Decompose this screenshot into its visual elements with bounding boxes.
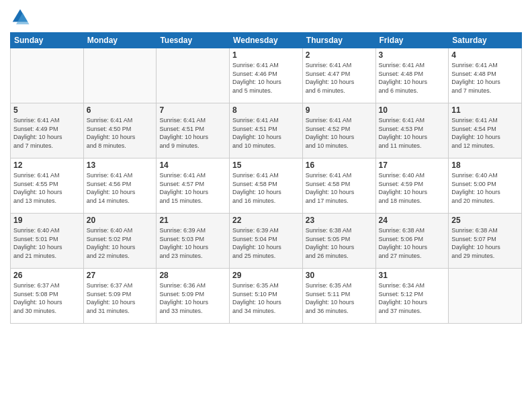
- day-number: 22: [232, 216, 300, 225]
- day-cell: 11Sunrise: 6:41 AM Sunset: 4:54 PM Dayli…: [449, 103, 522, 158]
- day-number: 4: [451, 50, 519, 60]
- day-cell: 4Sunrise: 6:41 AM Sunset: 4:48 PM Daylig…: [449, 48, 522, 103]
- week-row-1: 1Sunrise: 6:41 AM Sunset: 4:46 PM Daylig…: [11, 48, 522, 103]
- day-cell: 8Sunrise: 6:41 AM Sunset: 4:51 PM Daylig…: [230, 103, 303, 158]
- day-number: 9: [306, 105, 373, 115]
- day-cell: 2Sunrise: 6:41 AM Sunset: 4:47 PM Daylig…: [302, 48, 375, 103]
- day-info: Sunrise: 6:41 AM Sunset: 4:47 PM Dayligh…: [306, 61, 373, 95]
- day-info: Sunrise: 6:41 AM Sunset: 4:46 PM Dayligh…: [232, 61, 300, 95]
- day-info: Sunrise: 6:40 AM Sunset: 5:00 PM Dayligh…: [451, 171, 519, 205]
- day-cell: 1Sunrise: 6:41 AM Sunset: 4:46 PM Daylig…: [230, 48, 303, 103]
- day-cell: 6Sunrise: 6:41 AM Sunset: 4:50 PM Daylig…: [83, 103, 157, 158]
- weekday-header-monday: Monday: [83, 33, 157, 48]
- day-info: Sunrise: 6:39 AM Sunset: 5:03 PM Dayligh…: [159, 226, 226, 260]
- day-info: Sunrise: 6:41 AM Sunset: 4:53 PM Dayligh…: [379, 116, 446, 150]
- week-row-2: 5Sunrise: 6:41 AM Sunset: 4:49 PM Daylig…: [11, 103, 522, 158]
- day-cell: 23Sunrise: 6:38 AM Sunset: 5:05 PM Dayli…: [302, 214, 375, 269]
- day-info: Sunrise: 6:40 AM Sunset: 5:02 PM Dayligh…: [87, 226, 154, 260]
- day-info: Sunrise: 6:35 AM Sunset: 5:11 PM Dayligh…: [306, 281, 373, 315]
- day-number: 2: [306, 50, 373, 60]
- day-info: Sunrise: 6:37 AM Sunset: 5:09 PM Dayligh…: [87, 281, 154, 315]
- day-cell: 3Sunrise: 6:41 AM Sunset: 4:48 PM Daylig…: [375, 48, 449, 103]
- day-info: Sunrise: 6:39 AM Sunset: 5:04 PM Dayligh…: [232, 226, 300, 260]
- day-number: 6: [87, 105, 154, 115]
- day-cell: 22Sunrise: 6:39 AM Sunset: 5:04 PM Dayli…: [230, 214, 303, 269]
- day-cell: 25Sunrise: 6:38 AM Sunset: 5:07 PM Dayli…: [449, 214, 522, 269]
- day-info: Sunrise: 6:41 AM Sunset: 4:51 PM Dayligh…: [232, 116, 300, 150]
- day-info: Sunrise: 6:41 AM Sunset: 4:48 PM Dayligh…: [379, 61, 446, 95]
- weekday-header-sunday: Sunday: [11, 33, 84, 48]
- day-info: Sunrise: 6:41 AM Sunset: 4:55 PM Dayligh…: [13, 171, 81, 205]
- day-number: 11: [451, 105, 519, 115]
- day-info: Sunrise: 6:41 AM Sunset: 4:54 PM Dayligh…: [451, 116, 519, 150]
- day-info: Sunrise: 6:41 AM Sunset: 4:50 PM Dayligh…: [87, 116, 154, 150]
- day-cell: 5Sunrise: 6:41 AM Sunset: 4:49 PM Daylig…: [11, 103, 84, 158]
- day-cell: [157, 48, 230, 103]
- day-info: Sunrise: 6:41 AM Sunset: 4:57 PM Dayligh…: [159, 171, 226, 205]
- day-cell: 7Sunrise: 6:41 AM Sunset: 4:51 PM Daylig…: [157, 103, 230, 158]
- day-number: 31: [379, 271, 446, 280]
- logo-icon: [10, 7, 30, 27]
- day-info: Sunrise: 6:41 AM Sunset: 4:58 PM Dayligh…: [232, 171, 300, 205]
- page: SundayMondayTuesdayWednesdayThursdayFrid…: [0, 0, 532, 411]
- day-info: Sunrise: 6:37 AM Sunset: 5:08 PM Dayligh…: [13, 281, 81, 315]
- day-cell: 21Sunrise: 6:39 AM Sunset: 5:03 PM Dayli…: [157, 214, 230, 269]
- day-number: 17: [379, 161, 446, 170]
- day-number: 23: [306, 216, 373, 225]
- day-cell: 31Sunrise: 6:34 AM Sunset: 5:12 PM Dayli…: [375, 269, 449, 324]
- day-cell: 19Sunrise: 6:40 AM Sunset: 5:01 PM Dayli…: [11, 214, 84, 269]
- day-number: 10: [379, 105, 446, 115]
- day-info: Sunrise: 6:41 AM Sunset: 4:49 PM Dayligh…: [13, 116, 81, 150]
- day-info: Sunrise: 6:40 AM Sunset: 5:01 PM Dayligh…: [13, 226, 81, 260]
- day-cell: [83, 48, 157, 103]
- week-row-5: 26Sunrise: 6:37 AM Sunset: 5:08 PM Dayli…: [11, 269, 522, 324]
- day-info: Sunrise: 6:41 AM Sunset: 4:51 PM Dayligh…: [159, 116, 226, 150]
- day-info: Sunrise: 6:36 AM Sunset: 5:09 PM Dayligh…: [159, 281, 226, 315]
- day-info: Sunrise: 6:41 AM Sunset: 4:48 PM Dayligh…: [451, 61, 519, 95]
- day-number: 8: [232, 105, 300, 115]
- day-number: 29: [232, 271, 300, 280]
- day-number: 30: [306, 271, 373, 280]
- day-number: 14: [159, 161, 226, 170]
- day-cell: 29Sunrise: 6:35 AM Sunset: 5:10 PM Dayli…: [230, 269, 303, 324]
- day-cell: [11, 48, 84, 103]
- day-number: 1: [232, 50, 300, 60]
- day-info: Sunrise: 6:38 AM Sunset: 5:06 PM Dayligh…: [379, 226, 446, 260]
- day-cell: 15Sunrise: 6:41 AM Sunset: 4:58 PM Dayli…: [230, 158, 303, 214]
- day-cell: 13Sunrise: 6:41 AM Sunset: 4:56 PM Dayli…: [83, 158, 157, 214]
- day-cell: 17Sunrise: 6:40 AM Sunset: 4:59 PM Dayli…: [375, 158, 449, 214]
- day-number: 7: [159, 105, 226, 115]
- day-number: 26: [13, 271, 81, 280]
- day-cell: 18Sunrise: 6:40 AM Sunset: 5:00 PM Dayli…: [449, 158, 522, 214]
- day-info: Sunrise: 6:38 AM Sunset: 5:05 PM Dayligh…: [306, 226, 373, 260]
- day-number: 20: [87, 216, 154, 225]
- day-cell: 12Sunrise: 6:41 AM Sunset: 4:55 PM Dayli…: [11, 158, 84, 214]
- day-number: 21: [159, 216, 226, 225]
- day-info: Sunrise: 6:41 AM Sunset: 4:56 PM Dayligh…: [87, 171, 154, 205]
- day-number: 18: [451, 161, 519, 170]
- header: [10, 7, 522, 27]
- day-info: Sunrise: 6:41 AM Sunset: 4:52 PM Dayligh…: [306, 116, 373, 150]
- day-cell: 30Sunrise: 6:35 AM Sunset: 5:11 PM Dayli…: [302, 269, 375, 324]
- day-cell: 14Sunrise: 6:41 AM Sunset: 4:57 PM Dayli…: [157, 158, 230, 214]
- day-cell: 26Sunrise: 6:37 AM Sunset: 5:08 PM Dayli…: [11, 269, 84, 324]
- weekday-header-friday: Friday: [375, 33, 449, 48]
- day-number: 25: [451, 216, 519, 225]
- day-number: 28: [159, 271, 226, 280]
- day-number: 24: [379, 216, 446, 225]
- day-cell: [449, 269, 522, 324]
- day-number: 12: [13, 161, 81, 170]
- weekday-header-row: SundayMondayTuesdayWednesdayThursdayFrid…: [11, 33, 522, 48]
- day-number: 16: [306, 161, 373, 170]
- day-cell: 28Sunrise: 6:36 AM Sunset: 5:09 PM Dayli…: [157, 269, 230, 324]
- day-cell: 24Sunrise: 6:38 AM Sunset: 5:06 PM Dayli…: [375, 214, 449, 269]
- week-row-4: 19Sunrise: 6:40 AM Sunset: 5:01 PM Dayli…: [11, 214, 522, 269]
- logo: [10, 7, 32, 27]
- weekday-header-thursday: Thursday: [302, 33, 375, 48]
- day-cell: 9Sunrise: 6:41 AM Sunset: 4:52 PM Daylig…: [302, 103, 375, 158]
- weekday-header-wednesday: Wednesday: [230, 33, 303, 48]
- day-number: 19: [13, 216, 81, 225]
- weekday-header-tuesday: Tuesday: [157, 33, 230, 48]
- day-cell: 27Sunrise: 6:37 AM Sunset: 5:09 PM Dayli…: [83, 269, 157, 324]
- day-cell: 10Sunrise: 6:41 AM Sunset: 4:53 PM Dayli…: [375, 103, 449, 158]
